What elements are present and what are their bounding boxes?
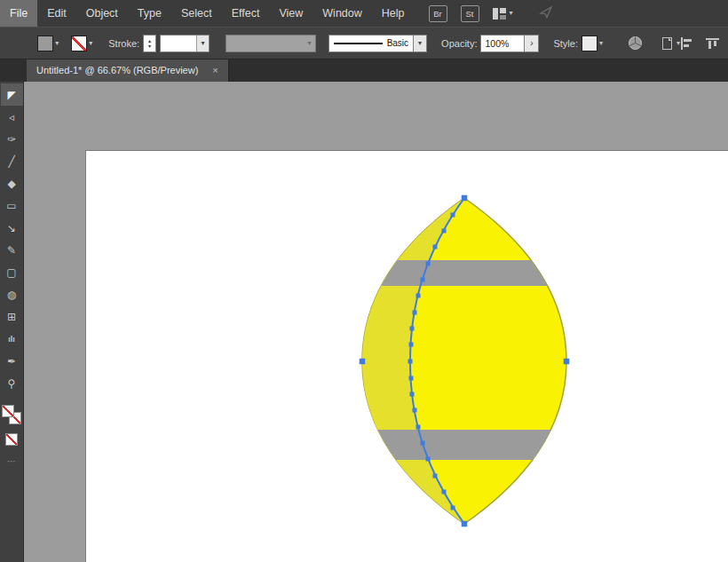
chevron-down-icon: ▾: [148, 44, 151, 49]
anchor-point[interactable]: [442, 229, 447, 234]
brush-stroke-preview: [334, 43, 383, 44]
fill-indicator-swatch[interactable]: [2, 405, 14, 417]
anchor-point[interactable]: [408, 360, 413, 364]
anchor-point[interactable]: [413, 311, 417, 315]
menu-help[interactable]: Help: [372, 0, 415, 27]
chevron-down-icon: ▾: [55, 40, 59, 47]
canvas: [23, 82, 728, 562]
anchor-point[interactable]: [410, 392, 415, 397]
anchor-point[interactable]: [416, 425, 421, 430]
stroke-weight-stepper[interactable]: ▴ ▾: [143, 35, 156, 52]
menu-object[interactable]: Object: [76, 0, 128, 27]
menu-select[interactable]: Select: [171, 0, 222, 27]
rectangle-tool[interactable]: ▢: [1, 261, 23, 283]
anchor-point[interactable]: [451, 506, 455, 511]
line-tool[interactable]: ╱: [1, 150, 23, 172]
selection-tool[interactable]: ◤: [1, 83, 23, 106]
stock-button[interactable]: St: [461, 5, 479, 22]
document-tab-title: Untitled-1* @ 66.67% (RGB/Preview): [36, 65, 198, 75]
artwork-svg: [23, 82, 728, 562]
zoom-tool[interactable]: ⚲: [1, 372, 23, 394]
curvature-tool[interactable]: ✑: [1, 128, 23, 150]
menubar-right: Br St ▾: [429, 5, 553, 22]
anchor-point[interactable]: [421, 441, 425, 446]
tools: ◤◃✑╱◆▭↘✎▢◍⊞ılı✒⚲: [1, 83, 23, 394]
chevron-down-icon: ▾: [418, 39, 422, 47]
chevron-down-icon: ▾: [599, 40, 603, 47]
document-tab-bar: Untitled-1* @ 66.67% (RGB/Preview) ×: [0, 58, 728, 82]
menu-file[interactable]: File: [0, 0, 37, 27]
opacity-expand-button[interactable]: ›: [525, 35, 539, 52]
bridge-button[interactable]: Br: [429, 5, 447, 22]
eyedropper-tool[interactable]: ✒: [1, 350, 23, 372]
brush-dropdown-button[interactable]: ▾: [414, 35, 427, 52]
anchor-point[interactable]: [421, 278, 425, 282]
opacity-field[interactable]: 100%: [480, 35, 525, 52]
anchor-point[interactable]: [413, 408, 417, 413]
combo-dropdown-button[interactable]: ▾: [196, 36, 209, 51]
style-label: Style:: [553, 38, 578, 49]
bounding-handle[interactable]: [462, 195, 468, 202]
align-top-icon[interactable]: [706, 37, 719, 50]
menu-effect[interactable]: Effect: [222, 0, 270, 27]
menu-type[interactable]: Type: [128, 0, 171, 27]
anchor-point[interactable]: [451, 213, 455, 218]
anchor-point[interactable]: [433, 474, 438, 479]
align-left-icon[interactable]: [680, 37, 693, 50]
share-document-button[interactable]: [539, 5, 553, 21]
workspace-switcher[interactable]: ▾: [493, 8, 513, 20]
graphic-style-swatch[interactable]: [582, 36, 597, 51]
chevron-right-icon: ›: [530, 38, 533, 48]
anchor-point[interactable]: [409, 376, 414, 381]
bounding-handle[interactable]: [462, 521, 468, 527]
chevron-down-icon: ▾: [89, 40, 92, 47]
anchor-point[interactable]: [426, 457, 431, 462]
tool-palette: ◤◃✑╱◆▭↘✎▢◍⊞ılı✒⚲ ⋯: [0, 82, 24, 562]
stroke-color-control[interactable]: ▾: [71, 36, 92, 51]
fill-stroke-indicator[interactable]: [2, 405, 21, 424]
shaper-tool[interactable]: ✎: [1, 239, 23, 261]
anchor-point[interactable]: [433, 245, 438, 249]
graph-tool[interactable]: ılı: [1, 328, 23, 350]
none-swatch[interactable]: [5, 433, 18, 446]
fill-color-swatch[interactable]: [37, 36, 53, 51]
document-tab[interactable]: Untitled-1* @ 66.67% (RGB/Preview) ×: [27, 58, 229, 82]
chevron-down-icon: ▾: [202, 39, 205, 47]
graphic-style-control[interactable]: ▾: [582, 36, 603, 51]
stroke-weight-combo[interactable]: ▾: [160, 35, 210, 52]
free-transform-tool[interactable]: ◆: [1, 172, 23, 194]
opacity-label: Opacity:: [441, 38, 477, 49]
anchor-point[interactable]: [410, 327, 415, 331]
variable-width-dropdown[interactable]: ▾: [226, 35, 316, 52]
close-tab-icon[interactable]: ×: [212, 65, 218, 75]
chevron-down-icon: ▾: [308, 39, 312, 47]
shape-builder-tool[interactable]: ◍: [1, 283, 23, 305]
stroke-weight-value[interactable]: [161, 36, 196, 51]
control-bar: ▾ ▾ Stroke: ▴ ▾ ▾ ▾ Basic ▾ Opacity: 100…: [0, 27, 728, 59]
brush-definition-control[interactable]: Basic: [328, 35, 414, 52]
anchor-point[interactable]: [442, 490, 447, 495]
edit-toolbar-dots-icon[interactable]: ⋯: [7, 456, 16, 466]
menu-view[interactable]: View: [269, 0, 313, 27]
stroke-color-swatch[interactable]: [71, 36, 87, 51]
gray-stripe[interactable]: [355, 430, 575, 460]
menu-items: FileEditObjectTypeSelectEffectViewWindow…: [0, 0, 415, 27]
mesh-tool[interactable]: ⊞: [1, 305, 23, 328]
anchor-point[interactable]: [426, 262, 431, 266]
anchor-point[interactable]: [409, 343, 414, 347]
fill-color-control[interactable]: ▾: [37, 36, 59, 51]
combo-dropdown-button[interactable]: ▾: [304, 36, 315, 51]
anchor-point[interactable]: [416, 294, 421, 298]
share-icon: [539, 5, 553, 19]
chevron-down-icon: ▾: [510, 10, 513, 17]
menu-window[interactable]: Window: [313, 0, 371, 27]
direct-selection-tool[interactable]: ◃: [1, 106, 23, 128]
workspace-icon: [493, 8, 506, 20]
menu-edit[interactable]: Edit: [37, 0, 76, 27]
perspective-tool[interactable]: ↘: [1, 217, 23, 239]
document-setup-control[interactable]: ▾: [661, 36, 680, 51]
bounding-handle[interactable]: [564, 359, 570, 365]
artboard-tool[interactable]: ▭: [1, 194, 23, 217]
recolor-artwork-button[interactable]: [628, 36, 643, 51]
bounding-handle[interactable]: [360, 359, 366, 365]
